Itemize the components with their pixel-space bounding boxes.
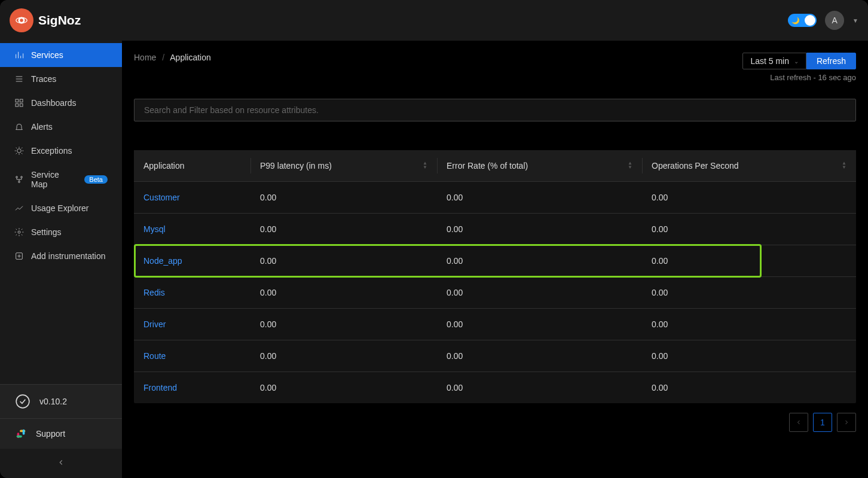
cell-ops: 0.00 [642, 277, 856, 309]
sort-icon[interactable]: ▲▼ [423, 161, 427, 169]
svg-point-9 [21, 176, 23, 178]
cell-ops: 0.00 [642, 309, 856, 340]
sidebar-item-usage-explorer[interactable]: Usage Explorer [0, 196, 122, 220]
cell-error-rate: 0.00 [437, 277, 642, 309]
cell-error-rate: 0.00 [437, 214, 642, 245]
toggle-knob [805, 15, 815, 26]
cell-error-rate: 0.00 [437, 372, 642, 404]
cell-ops: 0.00 [642, 245, 856, 277]
slack-icon [14, 427, 27, 440]
sidebar: Services Traces Dashboards Alerts Except… [0, 41, 122, 478]
moon-icon: 🌙 [791, 17, 800, 25]
svg-rect-16 [23, 430, 25, 435]
cell-error-rate: 0.00 [437, 340, 642, 372]
cell-p99: 0.00 [250, 277, 437, 309]
cell-ops: 0.00 [642, 214, 856, 245]
sidebar-item-label: Services [31, 50, 63, 60]
table-row[interactable]: Frontend 0.00 0.00 0.00 [134, 372, 856, 404]
table-row[interactable]: Redis 0.00 0.00 0.00 [134, 277, 856, 309]
svg-rect-5 [16, 103, 19, 106]
cell-p99: 0.00 [250, 182, 437, 214]
dashboard-icon [14, 98, 24, 108]
time-range-label: Last 5 min [750, 56, 789, 66]
sidebar-item-dashboards[interactable]: Dashboards [0, 91, 122, 115]
pagination: 1 [134, 413, 856, 432]
table-row[interactable]: Customer 0.00 0.00 0.00 [134, 182, 856, 214]
line-chart-icon [14, 203, 24, 213]
cell-p99: 0.00 [250, 309, 437, 340]
breadcrumb-home[interactable]: Home [134, 53, 156, 62]
app-link[interactable]: Redis [143, 288, 165, 297]
sidebar-item-label: Traces [31, 74, 56, 84]
svg-point-1 [20, 19, 23, 22]
sidebar-item-add-instrumentation[interactable]: Add instrumentation [0, 244, 122, 268]
app-link[interactable]: Mysql [143, 224, 166, 234]
table-row[interactable]: Driver 0.00 0.00 0.00 [134, 309, 856, 340]
sidebar-item-exceptions[interactable]: Exceptions [0, 139, 122, 163]
svg-point-13 [16, 395, 29, 408]
cell-ops: 0.00 [642, 372, 856, 404]
svg-rect-6 [20, 103, 23, 106]
sidebar-item-label: Service Map [31, 170, 77, 189]
app-link[interactable]: Driver [143, 319, 166, 329]
avatar-caret-icon[interactable]: ▼ [852, 17, 858, 24]
app-link[interactable]: Frontend [143, 383, 177, 392]
sidebar-item-services[interactable]: Services [0, 43, 122, 67]
sidebar-item-alerts[interactable]: Alerts [0, 115, 122, 139]
col-header-error-rate[interactable]: Error Rate (% of total)▲▼ [437, 150, 642, 182]
sort-icon[interactable]: ▲▼ [628, 161, 632, 169]
refresh-button[interactable]: Refresh [806, 53, 856, 69]
cell-p99: 0.00 [250, 245, 437, 277]
cell-error-rate: 0.00 [437, 309, 642, 340]
svg-rect-3 [16, 99, 19, 102]
version-item[interactable]: v0.10.2 [0, 384, 122, 418]
col-header-p99[interactable]: P99 latency (in ms)▲▼ [250, 150, 437, 182]
svg-point-10 [19, 181, 20, 183]
breadcrumb-current: Application [170, 53, 211, 62]
page-prev-button[interactable] [789, 413, 808, 432]
last-refresh-text: Last refresh - 16 sec ago [770, 73, 856, 82]
sidebar-item-label: Add instrumentation [31, 251, 106, 261]
chevron-down-icon: ⌄ [794, 58, 799, 65]
time-range-select[interactable]: Last 5 min ⌄ [742, 53, 806, 69]
table-row[interactable]: Route 0.00 0.00 0.00 [134, 340, 856, 372]
version-label: v0.10.2 [39, 397, 67, 406]
col-header-ops[interactable]: Operations Per Second▲▼ [642, 150, 856, 182]
svg-point-7 [17, 149, 22, 153]
cell-p99: 0.00 [250, 214, 437, 245]
app-link[interactable]: Route [143, 351, 166, 361]
svg-rect-4 [20, 99, 23, 102]
cell-p99: 0.00 [250, 372, 437, 404]
col-header-application[interactable]: Application [134, 150, 250, 182]
sidebar-item-service-map[interactable]: Service Map Beta [0, 163, 122, 196]
brand-name: SigNoz [38, 13, 81, 28]
cell-ops: 0.00 [642, 182, 856, 214]
theme-toggle[interactable]: 🌙 [788, 14, 817, 27]
sidebar-item-traces[interactable]: Traces [0, 67, 122, 91]
brand[interactable]: SigNoz [10, 8, 81, 32]
api-icon [14, 251, 24, 261]
header: SigNoz 🌙 A ▼ [0, 0, 868, 41]
bar-chart-icon [14, 50, 24, 60]
support-item[interactable]: Support [0, 418, 122, 449]
applications-table: Application P99 latency (in ms)▲▼ Error … [134, 150, 856, 403]
sidebar-item-settings[interactable]: Settings [0, 220, 122, 244]
cell-error-rate: 0.00 [437, 182, 642, 214]
page-next-button[interactable] [837, 413, 856, 432]
check-circle-icon [14, 393, 31, 410]
cell-ops: 0.00 [642, 340, 856, 372]
main-content: Home / Application Last 5 min ⌄ Refresh … [122, 41, 868, 478]
search-input[interactable] [134, 99, 856, 121]
page-number-button[interactable]: 1 [813, 413, 832, 432]
gear-icon [14, 227, 24, 237]
logo-icon [10, 8, 33, 32]
sidebar-collapse-button[interactable] [0, 449, 122, 478]
avatar[interactable]: A [825, 11, 844, 30]
sidebar-item-label: Exceptions [31, 146, 72, 156]
app-link[interactable]: Node_app [143, 256, 182, 266]
avatar-initial: A [832, 16, 837, 25]
table-row[interactable]: Node_app 0.00 0.00 0.00 [134, 245, 856, 277]
app-link[interactable]: Customer [143, 193, 180, 202]
sort-icon[interactable]: ▲▼ [842, 161, 846, 169]
table-row[interactable]: Mysql 0.00 0.00 0.00 [134, 214, 856, 245]
